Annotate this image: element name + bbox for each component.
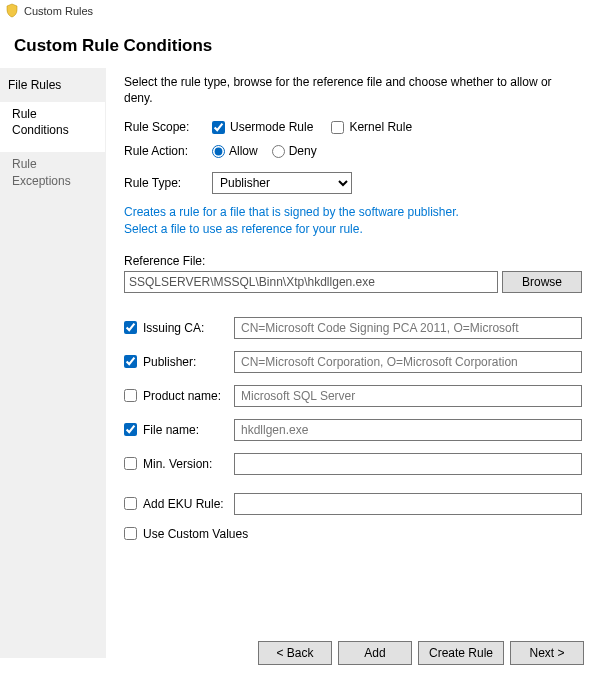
reference-file-label: Reference File: xyxy=(124,254,582,268)
product-name-checkbox[interactable]: Product name: xyxy=(124,389,234,403)
deny-radio[interactable]: Deny xyxy=(272,144,317,158)
file-name-row: File name: xyxy=(124,419,582,441)
use-custom-label: Use Custom Values xyxy=(143,527,248,541)
file-name-checkbox[interactable]: File name: xyxy=(124,423,234,437)
main-panel: Select the rule type, browse for the ref… xyxy=(106,68,592,658)
footer-buttons: < Back Add Create Rule Next > xyxy=(258,641,584,665)
allow-radio-label: Allow xyxy=(229,144,258,158)
publisher-value[interactable] xyxy=(234,351,582,373)
min-version-row: Min. Version: xyxy=(124,453,582,475)
app-icon xyxy=(4,3,20,19)
file-name-input[interactable] xyxy=(124,423,137,436)
sidebar-item-rule-exceptions[interactable]: Rule Exceptions xyxy=(0,152,105,202)
sidebar-item-rule-conditions[interactable]: Rule Conditions xyxy=(0,102,105,152)
product-name-label: Product name: xyxy=(143,389,221,403)
kernel-rule-checkbox[interactable]: Kernel Rule xyxy=(331,120,412,134)
kernel-rule-input[interactable] xyxy=(331,121,344,134)
add-button[interactable]: Add xyxy=(338,641,412,665)
kernel-rule-label: Kernel Rule xyxy=(349,120,412,134)
rule-type-label: Rule Type: xyxy=(124,176,212,190)
rule-type-hint: Creates a rule for a file that is signed… xyxy=(124,204,582,238)
titlebar: Custom Rules xyxy=(0,0,592,22)
rule-action-label: Rule Action: xyxy=(124,144,212,158)
add-eku-label: Add EKU Rule: xyxy=(143,497,224,511)
product-name-input[interactable] xyxy=(124,389,137,402)
file-name-label: File name: xyxy=(143,423,199,437)
min-version-checkbox[interactable]: Min. Version: xyxy=(124,457,234,471)
sidebar: File Rules Rule Conditions Rule Exceptio… xyxy=(0,68,106,658)
create-rule-button[interactable]: Create Rule xyxy=(418,641,504,665)
publisher-row: Publisher: xyxy=(124,351,582,373)
reference-file-row: Browse xyxy=(124,271,582,293)
sidebar-heading: File Rules xyxy=(0,74,105,102)
window-title: Custom Rules xyxy=(24,5,93,17)
usermode-rule-checkbox[interactable]: Usermode Rule xyxy=(212,120,313,134)
product-name-row: Product name: xyxy=(124,385,582,407)
add-eku-input[interactable] xyxy=(124,497,137,510)
issuing-ca-input[interactable] xyxy=(124,321,137,334)
reference-file-input[interactable] xyxy=(124,271,498,293)
rule-action-row: Rule Action: Allow Deny xyxy=(124,144,582,158)
add-eku-row: Add EKU Rule: xyxy=(124,493,582,515)
issuing-ca-checkbox[interactable]: Issuing CA: xyxy=(124,321,234,335)
issuing-ca-value[interactable] xyxy=(234,317,582,339)
use-custom-row: Use Custom Values xyxy=(124,527,582,544)
use-custom-checkbox[interactable]: Use Custom Values xyxy=(124,527,248,541)
issuing-ca-label: Issuing CA: xyxy=(143,321,204,335)
browse-button[interactable]: Browse xyxy=(502,271,582,293)
rule-scope-row: Rule Scope: Usermode Rule Kernel Rule xyxy=(124,120,582,134)
usermode-rule-label: Usermode Rule xyxy=(230,120,313,134)
instruction-text: Select the rule type, browse for the ref… xyxy=(124,74,582,106)
deny-radio-input[interactable] xyxy=(272,145,285,158)
min-version-value[interactable] xyxy=(234,453,582,475)
publisher-input[interactable] xyxy=(124,355,137,368)
allow-radio-input[interactable] xyxy=(212,145,225,158)
window: Custom Rules Custom Rule Conditions File… xyxy=(0,0,592,675)
usermode-rule-input[interactable] xyxy=(212,121,225,134)
back-button[interactable]: < Back xyxy=(258,641,332,665)
content-area: File Rules Rule Conditions Rule Exceptio… xyxy=(0,68,592,658)
issuing-ca-row: Issuing CA: xyxy=(124,317,582,339)
min-version-label: Min. Version: xyxy=(143,457,212,471)
use-custom-input[interactable] xyxy=(124,527,137,540)
next-button[interactable]: Next > xyxy=(510,641,584,665)
allow-radio[interactable]: Allow xyxy=(212,144,258,158)
publisher-label: Publisher: xyxy=(143,355,196,369)
publisher-checkbox[interactable]: Publisher: xyxy=(124,355,234,369)
deny-radio-label: Deny xyxy=(289,144,317,158)
rule-type-row: Rule Type: Publisher xyxy=(124,172,582,194)
min-version-input[interactable] xyxy=(124,457,137,470)
rule-scope-label: Rule Scope: xyxy=(124,120,212,134)
rule-type-select[interactable]: Publisher xyxy=(212,172,352,194)
product-name-value[interactable] xyxy=(234,385,582,407)
page-title: Custom Rule Conditions xyxy=(14,36,592,56)
add-eku-checkbox[interactable]: Add EKU Rule: xyxy=(124,497,234,511)
add-eku-value[interactable] xyxy=(234,493,582,515)
file-name-value[interactable] xyxy=(234,419,582,441)
